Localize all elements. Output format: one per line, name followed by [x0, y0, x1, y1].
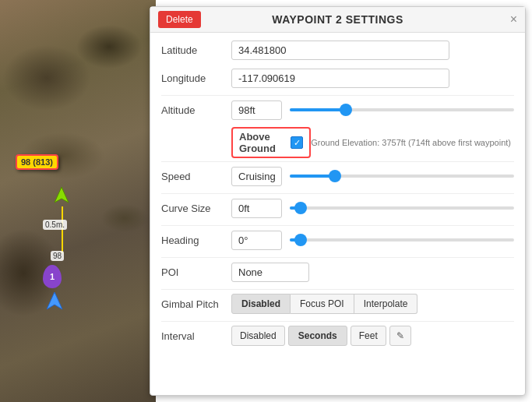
- altitude-row: Altitude: [161, 99, 514, 121]
- svg-marker-0: [55, 187, 69, 203]
- elevation-note: Ground Elevation: 3757ft (714ft above fi…: [311, 138, 514, 147]
- panel-title: WAYPOINT 2 SETTINGS: [272, 13, 403, 26]
- above-ground-row: Above Ground ✓ Ground Elevation: 3757ft …: [161, 127, 514, 158]
- interval-controls: Disabled Seconds Feet ✎: [231, 326, 514, 346]
- latitude-input[interactable]: [231, 41, 449, 60]
- heading-label: Heading: [161, 235, 231, 246]
- settings-panel: Delete WAYPOINT 2 SETTINGS × Latitude Lo…: [150, 6, 526, 396]
- interval-row: Interval Disabled Seconds Feet ✎: [161, 325, 514, 347]
- above-ground-box: Above Ground ✓: [231, 127, 311, 158]
- waypoint-badge: 98 (813): [16, 154, 58, 170]
- delete-button[interactable]: Delete: [158, 11, 201, 28]
- heading-slider-track: [290, 238, 514, 242]
- map-background: 98 (813) 0.5m. 98 1: [0, 0, 156, 402]
- poi-row: POI: [161, 261, 514, 283]
- curve-size-input[interactable]: [231, 199, 282, 218]
- close-button[interactable]: ×: [510, 13, 517, 26]
- speed-slider-track: [290, 175, 514, 178]
- waypoint-green-marker: [55, 187, 69, 208]
- gimbal-interpolate-button[interactable]: Interpolate: [354, 294, 418, 314]
- curve-size-row: Curve Size: [161, 197, 514, 219]
- gimbal-pitch-row: Gimbal Pitch Disabled Focus POI Interpol…: [161, 293, 514, 315]
- altitude-slider-thumb[interactable]: [340, 104, 352, 116]
- altitude-slider-track: [290, 108, 514, 111]
- speed-input[interactable]: [231, 167, 282, 186]
- altitude-input[interactable]: [231, 100, 282, 120]
- interval-label: Interval: [161, 330, 231, 342]
- altitude-slider-container[interactable]: [290, 103, 514, 117]
- interval-disabled-button[interactable]: Disabled: [231, 326, 285, 346]
- waypoint-line: [62, 206, 63, 253]
- speed-label: Speed: [161, 171, 231, 182]
- panel-body: Latitude Longitude Altitude Above Ground: [150, 33, 525, 391]
- speed-row: Speed: [161, 165, 514, 187]
- heading-slider-container[interactable]: [290, 233, 514, 247]
- curve-size-slider-container[interactable]: [290, 201, 514, 215]
- curve-size-slider-track: [290, 206, 514, 210]
- altitude-slider-fill: [290, 108, 346, 111]
- heading-row: Heading: [161, 229, 514, 251]
- latitude-row: Latitude: [161, 39, 514, 61]
- wp-marker-1: 1: [43, 265, 62, 288]
- curve-size-label: Curve Size: [161, 203, 231, 214]
- interval-edit-button[interactable]: ✎: [389, 326, 411, 346]
- altitude-label: 98: [51, 251, 64, 261]
- gimbal-pitch-btn-group: Disabled Focus POI Interpolate: [231, 294, 417, 314]
- longitude-row: Longitude: [161, 67, 514, 89]
- interval-seconds-button[interactable]: Seconds: [288, 326, 347, 346]
- longitude-input[interactable]: [231, 69, 449, 88]
- gimbal-focus-poi-button[interactable]: Focus POI: [291, 294, 354, 314]
- waypoint-blue-marker: [47, 292, 62, 315]
- svg-marker-1: [47, 292, 62, 309]
- longitude-label: Longitude: [161, 72, 231, 84]
- gimbal-disabled-button[interactable]: Disabled: [231, 294, 291, 314]
- interval-feet-button[interactable]: Feet: [351, 326, 386, 346]
- heading-slider-thumb[interactable]: [294, 234, 307, 246]
- panel-header: Delete WAYPOINT 2 SETTINGS ×: [150, 7, 525, 33]
- speed-slider-thumb[interactable]: [329, 170, 341, 182]
- gimbal-pitch-label: Gimbal Pitch: [161, 298, 231, 310]
- poi-input[interactable]: [231, 263, 309, 282]
- latitude-label: Latitude: [161, 44, 231, 56]
- heading-input[interactable]: [231, 231, 282, 250]
- poi-label: POI: [161, 266, 231, 278]
- curve-size-slider-thumb[interactable]: [294, 202, 307, 214]
- distance-label: 0.5m.: [43, 220, 67, 230]
- above-ground-label: Above Ground: [239, 131, 286, 154]
- altitude-label: Altitude: [161, 104, 231, 116]
- speed-slider-container[interactable]: [290, 169, 514, 183]
- above-ground-checkbox[interactable]: ✓: [291, 136, 303, 149]
